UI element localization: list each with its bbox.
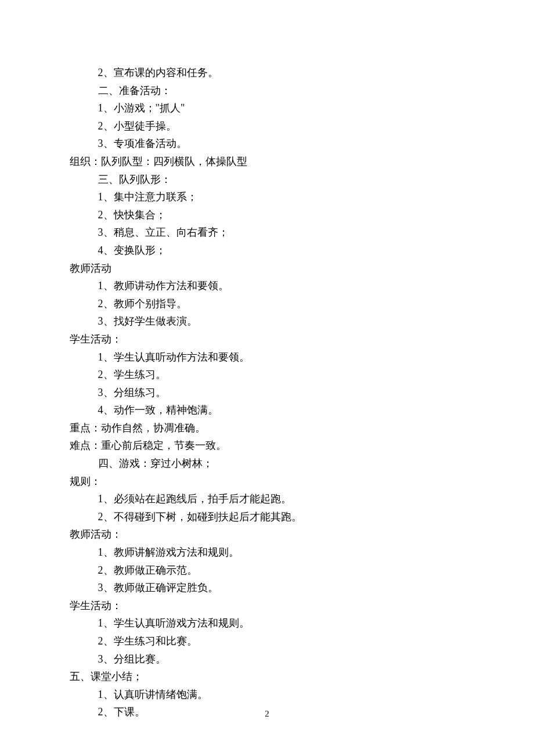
- document-page: 2、宣布课的内容和任务。二、准备活动：1、小游戏；"抓人"2、小型徒手操。3、专…: [0, 0, 534, 756]
- text-line: 2、学生练习。: [70, 366, 464, 384]
- text-line: 教师活动：: [70, 525, 464, 543]
- page-number: 2: [0, 707, 534, 722]
- text-line: 规则：: [70, 473, 464, 491]
- text-line: 3、分组练习。: [70, 384, 464, 402]
- text-line: 难点：重心前后稳定，节奏一致。: [70, 437, 464, 455]
- text-line: 3、稍息、立正、向右看齐；: [70, 224, 464, 242]
- document-body: 2、宣布课的内容和任务。二、准备活动：1、小游戏；"抓人"2、小型徒手操。3、专…: [70, 64, 464, 721]
- text-line: 四、游戏：穿过小树林；: [70, 455, 464, 473]
- text-line: 4、变换队形；: [70, 242, 464, 260]
- text-line: 2、小型徒手操。: [70, 117, 464, 135]
- text-line: 1、学生认真听游戏方法和规则。: [70, 614, 464, 632]
- text-line: 2、宣布课的内容和任务。: [70, 64, 464, 82]
- text-line: 重点：动作自然，协凋准确。: [70, 419, 464, 437]
- text-line: 1、必须站在起跑线后，拍手后才能起跑。: [70, 490, 464, 508]
- text-line: 2、不得碰到下树，如碰到扶起后才能其跑。: [70, 508, 464, 526]
- text-line: 三、队列队形：: [70, 171, 464, 189]
- text-line: 1、学生认真听动作方法和要领。: [70, 348, 464, 366]
- text-line: 教师活动: [70, 260, 464, 278]
- text-line: 2、教师做正确示范。: [70, 561, 464, 579]
- text-line: 2、快快集合；: [70, 206, 464, 224]
- text-line: 3、专项准备活动。: [70, 135, 464, 153]
- text-line: 1、教师讲解游戏方法和规则。: [70, 543, 464, 561]
- text-line: 3、分组比赛。: [70, 650, 464, 668]
- text-line: 3、教师做正确评定胜负。: [70, 579, 464, 597]
- text-line: 1、小游戏；"抓人": [70, 99, 464, 117]
- text-line: 4、动作一致，精神饱满。: [70, 401, 464, 419]
- text-line: 3、找好学生做表演。: [70, 312, 464, 330]
- text-line: 组织：队列队型：四列横队，体操队型: [70, 153, 464, 171]
- text-line: 1、集中注意力联系；: [70, 188, 464, 206]
- text-line: 五、课堂小结；: [70, 668, 464, 686]
- text-line: 1、教师讲动作方法和要领。: [70, 277, 464, 295]
- text-line: 学生活动：: [70, 597, 464, 615]
- text-line: 2、教师个别指导。: [70, 295, 464, 313]
- text-line: 二、准备活动：: [70, 82, 464, 100]
- text-line: 2、学生练习和比赛。: [70, 632, 464, 650]
- text-line: 学生活动：: [70, 330, 464, 348]
- text-line: 1、认真听讲情绪饱满。: [70, 686, 464, 704]
